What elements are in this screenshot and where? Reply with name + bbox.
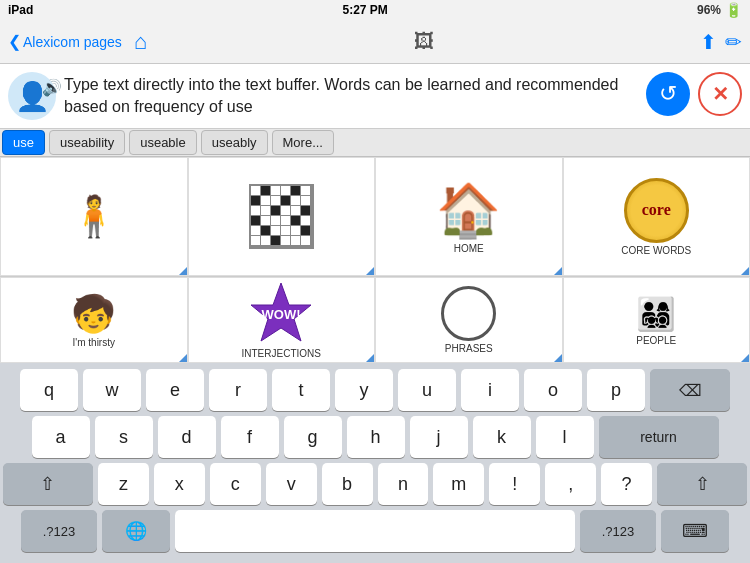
- key-b[interactable]: b: [322, 463, 373, 505]
- key-e[interactable]: e: [146, 369, 204, 411]
- nav-center: 🖼: [155, 30, 692, 53]
- back-label: Alexicom pages: [23, 34, 122, 50]
- battery-icon: 🔋: [725, 2, 742, 18]
- key-p[interactable]: p: [587, 369, 645, 411]
- key-s[interactable]: s: [95, 416, 153, 458]
- grid-triangle-1: [179, 267, 187, 275]
- grid-triangle-4: [741, 267, 749, 275]
- svg-rect-3: [271, 186, 280, 195]
- suggestion-use[interactable]: use: [2, 130, 45, 155]
- crossword-svg: [249, 184, 314, 249]
- grid-cell-phrases[interactable]: PHRASES: [375, 277, 563, 363]
- nav-right-actions: ⬆ ✏: [700, 30, 742, 54]
- key-n[interactable]: n: [378, 463, 429, 505]
- num-sym-right-key[interactable]: .?123: [580, 510, 656, 552]
- space-key[interactable]: [175, 510, 575, 552]
- grid-cell-wow[interactable]: WOW! INTERJECTIONS: [188, 277, 376, 363]
- svg-rect-15: [271, 206, 280, 215]
- key-x[interactable]: x: [154, 463, 205, 505]
- key-l[interactable]: l: [536, 416, 594, 458]
- suggestion-more-button[interactable]: More...: [272, 130, 334, 155]
- grid-row-2: 🧒 I'm thirsty WOW! INTERJECTIONS PHRASES…: [0, 277, 750, 363]
- svg-rect-7: [251, 196, 260, 205]
- grid-cell-people[interactable]: 👨‍👩‍👧‍👦 PEOPLE: [563, 277, 751, 363]
- globe-key[interactable]: 🌐: [102, 510, 170, 552]
- grid-cell-interjections-1[interactable]: [188, 157, 376, 276]
- svg-rect-13: [251, 206, 260, 215]
- suggestion-useability[interactable]: useability: [49, 130, 125, 155]
- backspace-key[interactable]: ⌫: [650, 369, 730, 411]
- keyboard-row-3: ⇧ z x c v b n m ! , ? ⇧: [3, 463, 747, 505]
- key-q[interactable]: q: [20, 369, 78, 411]
- key-comma[interactable]: ,: [545, 463, 596, 505]
- status-ipad-label: iPad: [8, 3, 33, 17]
- svg-rect-26: [261, 226, 270, 235]
- back-chevron-icon: ❮: [8, 32, 21, 51]
- keyboard-hide-key[interactable]: ⌨: [661, 510, 729, 552]
- share-icon[interactable]: ⬆: [700, 30, 717, 54]
- svg-rect-17: [291, 206, 300, 215]
- key-d[interactable]: d: [158, 416, 216, 458]
- keyboard-row-1: q w e r t y u i o p ⌫: [3, 369, 747, 411]
- grid-interjections-label: INTERJECTIONS: [242, 348, 321, 359]
- svg-rect-32: [261, 236, 270, 245]
- home-icon[interactable]: ⌂: [134, 29, 147, 55]
- close-button[interactable]: ✕: [698, 72, 742, 116]
- edit-icon[interactable]: ✏: [725, 30, 742, 54]
- grid-triangle-6: [366, 354, 374, 362]
- svg-rect-16: [281, 206, 290, 215]
- keyboard-row-4: .?123 🌐 .?123 ⌨: [3, 510, 747, 552]
- grid-phrases-label: PHRASES: [445, 343, 493, 354]
- key-w[interactable]: w: [83, 369, 141, 411]
- key-o[interactable]: o: [524, 369, 582, 411]
- buffer-text[interactable]: Type text directly into the text buffer.…: [64, 72, 638, 119]
- key-c[interactable]: c: [210, 463, 261, 505]
- key-h[interactable]: h: [347, 416, 405, 458]
- key-j[interactable]: j: [410, 416, 468, 458]
- svg-rect-27: [271, 226, 280, 235]
- num-sym-left-key[interactable]: .?123: [21, 510, 97, 552]
- grid-cell-person[interactable]: 🧍: [0, 157, 188, 276]
- key-f[interactable]: f: [221, 416, 279, 458]
- svg-rect-25: [251, 226, 260, 235]
- key-t[interactable]: t: [272, 369, 330, 411]
- key-u[interactable]: u: [398, 369, 456, 411]
- suggestion-useably[interactable]: useably: [201, 130, 268, 155]
- battery-label: 96%: [697, 3, 721, 17]
- key-question[interactable]: ?: [601, 463, 652, 505]
- key-r[interactable]: r: [209, 369, 267, 411]
- key-m[interactable]: m: [433, 463, 484, 505]
- key-v[interactable]: v: [266, 463, 317, 505]
- svg-rect-24: [301, 216, 310, 225]
- key-a[interactable]: a: [32, 416, 90, 458]
- suggestion-useable[interactable]: useable: [129, 130, 197, 155]
- wow-image: WOW!: [249, 281, 314, 346]
- return-key[interactable]: return: [599, 416, 719, 458]
- key-z[interactable]: z: [98, 463, 149, 505]
- grid-row-1: 🧍: [0, 157, 750, 277]
- svg-rect-35: [291, 236, 300, 245]
- status-bar: iPad 5:27 PM 96% 🔋: [0, 0, 750, 20]
- key-i[interactable]: i: [461, 369, 519, 411]
- grid-triangle-7: [554, 354, 562, 362]
- key-y[interactable]: y: [335, 369, 393, 411]
- grid-cell-home[interactable]: 🏠 HOME: [375, 157, 563, 276]
- photo-icon: 🖼: [414, 30, 434, 53]
- grid-home-label: HOME: [454, 243, 484, 254]
- grid-cell-thirsty[interactable]: 🧒 I'm thirsty: [0, 277, 188, 363]
- key-exclaim[interactable]: !: [489, 463, 540, 505]
- svg-rect-10: [281, 196, 290, 205]
- back-button[interactable]: ❮ Alexicom pages: [8, 32, 122, 51]
- phrases-image: [441, 286, 496, 341]
- key-g[interactable]: g: [284, 416, 342, 458]
- undo-button[interactable]: ↺: [646, 72, 690, 116]
- svg-rect-23: [291, 216, 300, 225]
- keyboard: q w e r t y u i o p ⌫ a s d f g h j k l …: [0, 363, 750, 559]
- svg-rect-29: [291, 226, 300, 235]
- shift-left-key[interactable]: ⇧: [3, 463, 93, 505]
- shift-right-key[interactable]: ⇧: [657, 463, 747, 505]
- key-k[interactable]: k: [473, 416, 531, 458]
- svg-rect-5: [291, 186, 300, 195]
- svg-rect-31: [251, 236, 260, 245]
- grid-cell-core-words[interactable]: core CORE WORDS: [563, 157, 751, 276]
